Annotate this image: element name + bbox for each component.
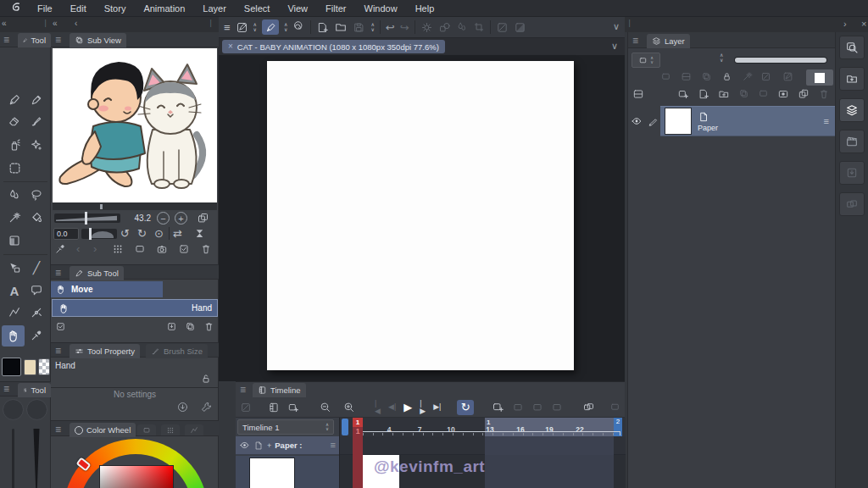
new-animation-cel-button[interactable] (492, 401, 504, 413)
prev-image-icon[interactable]: ‹ (76, 243, 80, 254)
panel-menu-icon[interactable]: ≡ (55, 268, 61, 278)
tool-selection-lasso[interactable] (26, 185, 47, 205)
tab-brush-size[interactable]: Brush Size (146, 344, 208, 358)
unlock-icon[interactable] (200, 373, 212, 385)
opacity-stepper-chevrons[interactable]: ∧∨ (720, 53, 723, 63)
new-folder-button[interactable] (718, 88, 730, 100)
tool-pen[interactable] (4, 90, 25, 110)
tool-correct-line[interactable] (26, 302, 47, 323)
tool-pencil[interactable] (26, 90, 47, 110)
collapse-panel-icon[interactable]: « (53, 19, 58, 28)
playhead-cap[interactable]: 1 (353, 418, 363, 427)
ruler-range-icon[interactable] (760, 71, 771, 82)
subtool-delete-icon[interactable] (203, 321, 214, 332)
tool-eyedropper[interactable] (26, 325, 47, 346)
tool-polyline[interactable] (4, 302, 25, 323)
rotation-value-box[interactable]: 0.0 (53, 228, 79, 240)
splitter-handle-icon[interactable]: ❘ (208, 19, 214, 27)
tab-list-chevron[interactable]: ∨ (611, 42, 618, 51)
save-button[interactable] (353, 21, 365, 34)
tab-color-wheel[interactable]: Color Wheel (70, 423, 136, 437)
camera-icon[interactable] (156, 243, 168, 255)
panel-menu-icon[interactable]: ≡ (3, 35, 9, 45)
timeline-settings-icon[interactable] (287, 402, 299, 413)
apply-mask-button[interactable] (798, 88, 810, 100)
command-spiral-icon[interactable] (292, 21, 305, 34)
palette-dock-property-button[interactable] (839, 161, 865, 185)
crop-icon[interactable] (473, 21, 485, 33)
document-tab-close-icon[interactable]: × (228, 42, 233, 51)
csp-logo-icon[interactable] (10, 1, 25, 15)
size-slider-track[interactable] (12, 429, 14, 488)
blend-drop-icon[interactable] (456, 21, 468, 33)
timeline-overflow-icon[interactable] (609, 402, 620, 413)
panel-menu-icon[interactable]: ≡ (240, 385, 246, 395)
menu-filter[interactable]: Filter (326, 3, 346, 14)
zoom-slider-thumb[interactable] (85, 212, 87, 225)
collapse-left-icon[interactable]: « (2, 19, 7, 28)
timeline-zoom-in-icon[interactable] (342, 401, 355, 413)
tab-sub-tool[interactable]: Sub Tool (70, 266, 124, 280)
main-color-swatch[interactable] (2, 358, 21, 376)
canvas-page[interactable] (267, 61, 574, 370)
menu-view[interactable]: View (287, 3, 308, 14)
eyedropper-icon[interactable] (54, 243, 66, 255)
zoom-out-button[interactable]: − (157, 212, 170, 225)
brush-size-knob[interactable] (3, 399, 24, 420)
deselect-icon[interactable] (496, 21, 509, 34)
timeline-start-marker[interactable] (342, 419, 348, 435)
onion-skin-icon[interactable] (582, 401, 595, 413)
subtool-import-icon[interactable] (166, 321, 177, 332)
layer-combine-icon[interactable] (681, 71, 692, 82)
redo-button[interactable]: ↪ (400, 22, 409, 33)
cel-option-icon[interactable] (551, 402, 563, 413)
settings-wrench-icon[interactable] (200, 401, 213, 413)
palette-dock-animation-button[interactable] (839, 130, 865, 153)
menu-file[interactable]: File (37, 3, 53, 14)
taper-slider-track[interactable] (32, 429, 41, 488)
layer-visibility-eye-icon[interactable] (628, 115, 645, 127)
play-button[interactable]: ▶ (403, 402, 412, 413)
rotation-slider[interactable] (81, 229, 117, 239)
tool-figure-line[interactable]: ╱ (26, 258, 47, 278)
timeline-zoom-out-icon[interactable] (319, 401, 331, 413)
opacity-slider-track[interactable] (734, 57, 827, 64)
stamp-icon[interactable] (134, 243, 146, 255)
skip-to-start-button[interactable]: |◀ (375, 400, 381, 415)
layer-thumbnail[interactable] (665, 108, 691, 134)
tab-tool-property[interactable]: Tool Property (70, 344, 140, 358)
tab-layer[interactable]: Layer (647, 34, 690, 48)
palette-dock-subview-button[interactable] (839, 36, 865, 59)
tab-color-set-2[interactable] (161, 424, 180, 435)
layer-effect-icon[interactable] (660, 71, 671, 82)
cel-option-icon[interactable] (531, 402, 543, 413)
color-wheel-area[interactable] (51, 437, 219, 488)
cel-option-icon[interactable] (512, 402, 524, 413)
layer-mask-button[interactable] (777, 88, 789, 100)
panel-menu-icon[interactable]: ≡ (3, 384, 9, 394)
panel-menu-icon[interactable]: ≡ (55, 35, 61, 45)
undo-button[interactable]: ↩ (386, 22, 395, 33)
sub-color-swatch[interactable] (24, 359, 36, 375)
delete-layer-button[interactable] (818, 88, 830, 100)
menu-animation[interactable]: Animation (143, 3, 185, 14)
tool-frame-border[interactable] (4, 158, 25, 178)
sv-square[interactable] (99, 465, 174, 488)
open-file-button[interactable] (334, 20, 348, 34)
splitter-handle-icon[interactable]: ❘ (42, 19, 49, 27)
tool-switcher-chevrons[interactable]: ∧∨ (253, 22, 257, 32)
subview-scroll-strip[interactable] (53, 202, 217, 210)
timeline-spec-icon[interactable] (268, 402, 280, 413)
track-visibility-eye-icon[interactable] (239, 440, 250, 451)
lock-transparent-icon[interactable] (742, 71, 753, 82)
subview-image-frame[interactable] (53, 48, 217, 202)
panel-menu-icon[interactable]: ≡ (55, 424, 61, 435)
next-frame-button[interactable]: |▶ (420, 400, 426, 415)
document-tab[interactable]: × CAT - BABY ANIMATION (1080 x 1080px 35… (222, 40, 445, 53)
rotate-reset-icon[interactable]: ⊙ (154, 228, 164, 239)
flip-vertical-icon[interactable] (193, 227, 206, 240)
tool-fill[interactable] (26, 208, 47, 228)
zoom-in-button[interactable]: + (175, 212, 187, 225)
tool-gradient[interactable] (4, 230, 25, 251)
palette-color-button[interactable] (806, 69, 833, 86)
